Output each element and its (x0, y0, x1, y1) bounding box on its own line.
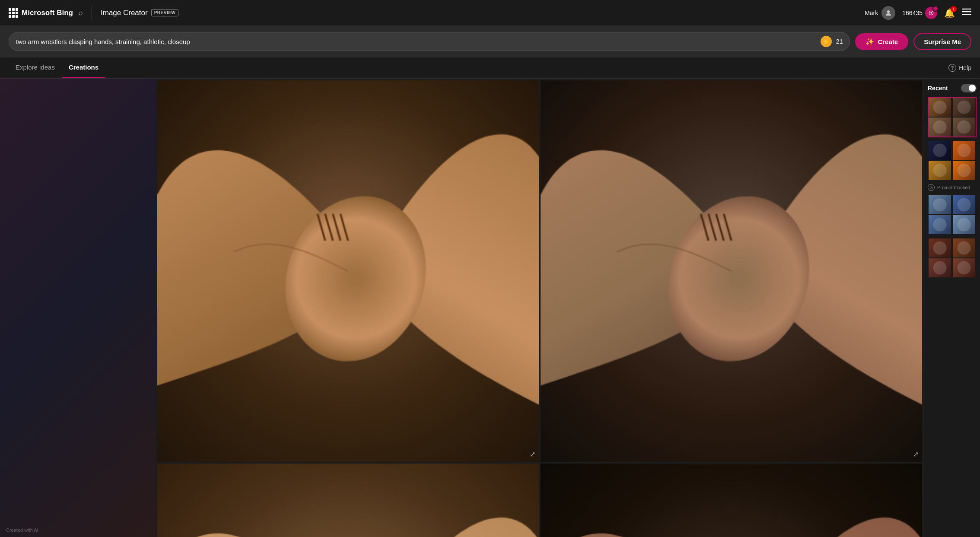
sidebar-thumb-grid-2 (928, 140, 977, 181)
image-canvas-2 (541, 80, 922, 462)
sidebar-thumb-grid-3 (928, 194, 977, 235)
thumb-cell-2c (929, 161, 951, 180)
expand-icon-1: ⤢ (530, 450, 535, 458)
product-name: Image Creator (101, 9, 148, 17)
thumb-cell-2a (929, 141, 951, 160)
notification-button[interactable]: 🔔 1 (944, 8, 955, 18)
bing-logo-text: Microsoft Bing (22, 9, 73, 17)
thumb-canvas-1b (953, 98, 975, 117)
thumb-canvas-2a (929, 141, 951, 160)
thumb-cell-1c (929, 118, 951, 137)
tab-explore[interactable]: Explore ideas (9, 57, 62, 78)
thumb-canvas-4c (929, 258, 951, 277)
blocked-icon: ⊘ (928, 184, 935, 191)
search-icon[interactable]: ⌕ (78, 8, 83, 17)
thumb-canvas-2c (929, 161, 951, 180)
preview-badge: PREVIEW (151, 9, 179, 16)
thumb-cell-4d (953, 258, 975, 277)
expand-icon-2: ⤢ (913, 450, 919, 458)
user-info[interactable]: Mark (865, 6, 895, 20)
user-name: Mark (865, 10, 878, 16)
thumb-cell-1b (953, 98, 975, 117)
thumb-cell-4c (929, 258, 951, 277)
boost-count: 21 (836, 38, 843, 45)
create-label: Create (878, 38, 898, 45)
surprise-button[interactable]: Surprise Me (913, 33, 971, 50)
svg-point-0 (887, 10, 890, 13)
credits-count: 166435 (902, 10, 923, 16)
notification-badge: 1 (951, 6, 957, 12)
image-cell-4[interactable]: ⤢ (541, 464, 922, 537)
thumb-cell-4b (953, 238, 975, 257)
sidebar-thumb-group-2[interactable] (928, 140, 977, 181)
recent-toggle[interactable] (961, 84, 977, 92)
image-canvas-3 (157, 464, 539, 537)
thumb-canvas-2b (953, 141, 975, 160)
bing-logo[interactable]: Microsoft Bing (9, 8, 73, 18)
thumb-canvas-4d (953, 258, 975, 277)
footer-ai-label: Created with AI (6, 527, 38, 533)
help-button[interactable]: ? Help (948, 60, 971, 75)
help-icon: ? (948, 64, 956, 72)
create-button[interactable]: ✨ Create (855, 33, 908, 50)
search-input[interactable] (16, 38, 816, 45)
thumb-canvas-1d (953, 118, 975, 137)
tab-creations[interactable]: Creations (62, 57, 105, 78)
header-right: Mark 166435 🔔 1 (865, 6, 971, 20)
svg-rect-3 (962, 11, 971, 12)
thumb-cell-1d (953, 118, 975, 137)
header-divider (92, 6, 92, 19)
image-creator-label: Image Creator PREVIEW (101, 9, 178, 17)
right-sidebar: Recent (924, 79, 980, 537)
thumb-canvas-4b (953, 238, 975, 257)
menu-button[interactable] (962, 7, 971, 19)
thumb-canvas-3a (929, 195, 951, 214)
tabs-bar: Explore ideas Creations ? Help (0, 57, 980, 79)
user-avatar (881, 6, 895, 20)
image-canvas-4 (541, 464, 922, 537)
sidebar-thumb-group-4[interactable] (928, 238, 977, 278)
thumb-canvas-3b (953, 195, 975, 214)
image-cell-2[interactable]: ⤢ (541, 80, 922, 462)
thumb-cell-1a (929, 98, 951, 117)
sidebar-thumb-group-3[interactable] (928, 194, 977, 235)
main-layout: ⤢ ⤢ ⤢ ⤢ Recent (0, 79, 980, 537)
thumb-cell-2b (953, 141, 975, 160)
svg-rect-4 (962, 14, 971, 15)
header: Microsoft Bing ⌕ Image Creator PREVIEW M… (0, 0, 980, 26)
thumb-cell-4a (929, 238, 951, 257)
image-canvas-1 (157, 80, 539, 462)
thumb-canvas-1c (929, 118, 951, 137)
toggle-knob (969, 85, 976, 92)
surprise-label: Surprise Me (924, 38, 961, 45)
image-grid-area: ⤢ ⤢ ⤢ ⤢ (156, 79, 924, 537)
sidebar-thumb-group-1[interactable] (928, 97, 977, 137)
image-grid: ⤢ ⤢ ⤢ ⤢ (156, 79, 924, 537)
sidebar-recent-header: Recent (928, 84, 977, 92)
search-input-wrapper: ⚡ 21 (9, 32, 850, 51)
prompt-blocked: ⊘ Prompt blocked (928, 184, 977, 191)
thumb-canvas-3d (953, 215, 975, 234)
prompt-blocked-label: Prompt blocked (937, 185, 970, 190)
recent-label: Recent (928, 85, 948, 92)
thumb-canvas-4a (929, 238, 951, 257)
help-label: Help (959, 64, 971, 71)
sidebar-thumb-grid-1 (928, 97, 977, 137)
bing-grid-icon (9, 8, 18, 18)
credits-display[interactable]: 166435 (902, 7, 937, 19)
tabs-left: Explore ideas Creations (9, 57, 105, 78)
image-cell-3[interactable]: ⤢ (157, 464, 539, 537)
create-icon: ✨ (865, 38, 874, 46)
sidebar-thumb-grid-4 (928, 238, 977, 278)
credits-icon (925, 7, 937, 19)
image-cell-1[interactable]: ⤢ (157, 80, 539, 462)
thumb-cell-3d (953, 215, 975, 234)
thumb-cell-3b (953, 195, 975, 214)
thumb-canvas-3c (929, 215, 951, 234)
thumb-cell-3c (929, 215, 951, 234)
thumb-canvas-2d (953, 161, 975, 180)
search-bar: ⚡ 21 ✨ Create Surprise Me (0, 26, 980, 57)
svg-rect-2 (962, 9, 971, 10)
thumb-canvas-1a (929, 98, 951, 117)
thumb-cell-3a (929, 195, 951, 214)
